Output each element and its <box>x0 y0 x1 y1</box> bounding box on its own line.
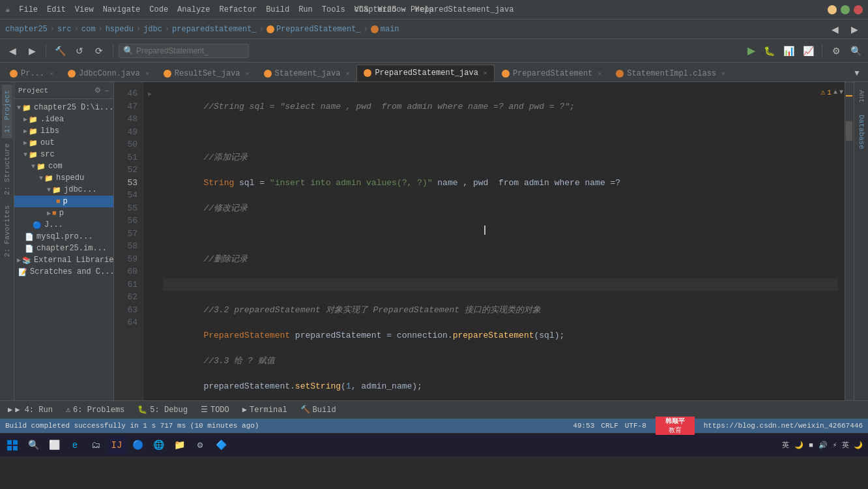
taskbar-windows-icon[interactable] <box>3 436 22 455</box>
taskbar-settings-icon[interactable]: ⚙ <box>190 436 210 455</box>
search-input[interactable] <box>136 46 234 55</box>
tree-item-external-libs[interactable]: ▶ 📚 External Librarie... <box>14 254 113 266</box>
tab-statementimpl[interactable]: StatementImpl.class ✕ <box>609 65 732 82</box>
profile-button[interactable]: 📈 <box>800 42 817 59</box>
toolbar-forward[interactable]: ▶ <box>23 42 40 59</box>
tab-preparedstatement2[interactable]: PreparedStatement ✕ <box>495 65 609 82</box>
tool-debug[interactable]: 🐛 5: Debug <box>135 404 190 416</box>
breadcrumb-src[interactable]: src <box>57 25 72 34</box>
coverage-button[interactable]: 📊 <box>780 42 797 59</box>
taskbar-power-icon[interactable]: ⚡ <box>833 441 837 449</box>
right-panel-tab-database[interactable]: Database <box>856 110 867 155</box>
menu-tools[interactable]: Tools <box>318 4 349 16</box>
taskbar-intellij-icon[interactable]: IJ <box>107 436 126 455</box>
taskbar-navicat-icon[interactable]: 🔵 <box>128 436 147 455</box>
tree-item-idea[interactable]: ▶ 📁 .idea <box>14 113 113 125</box>
sidebar-collapse-button[interactable]: − <box>104 86 109 95</box>
tree-item-out[interactable]: ▶ 📁 out <box>14 137 113 149</box>
tree-item-src[interactable]: ▼ 📁 src <box>14 149 113 160</box>
warning-indicator[interactable]: ⚠ 1 ▲ ▼ <box>820 87 843 97</box>
breadcrumb-main[interactable]: main <box>371 25 399 34</box>
tree-item-chapter25[interactable]: ▼ 📁 chapter25 D:\i... <box>14 102 113 113</box>
tool-terminal[interactable]: ▶ Terminal <box>240 404 290 416</box>
tabs-more-button[interactable]: ▼ <box>848 65 865 82</box>
taskbar-task-view-icon[interactable]: ⬜ <box>44 436 64 455</box>
right-panel-tab-ant[interactable]: Ant <box>856 85 867 108</box>
tree-item-j[interactable]: 🔵 J... <box>14 219 113 231</box>
tab-preparedstatement[interactable]: PreparedStatement_java ✕ <box>356 65 494 82</box>
breadcrumb-preparedstatement-class[interactable]: PreparedStatement_ <box>267 25 361 34</box>
breadcrumb-preparedstatement-pkg[interactable]: preparedstatement_ <box>172 25 257 34</box>
warning-up-icon[interactable]: ▲ <box>833 89 837 96</box>
search-everywhere-button[interactable]: 🔍 <box>847 42 864 59</box>
menu-code[interactable]: Code <box>145 4 172 16</box>
breadcrumb-chapter25[interactable]: chapter25 <box>5 25 48 34</box>
toolbar-back[interactable]: ◀ <box>4 42 21 59</box>
panel-tab-favorites[interactable]: 2: Favorites <box>2 200 12 262</box>
tool-run[interactable]: ▶ ▶ 4: Run <box>5 404 55 416</box>
forward-button[interactable]: ▶ <box>846 21 863 38</box>
taskbar-app2-icon[interactable]: 🔷 <box>211 436 231 455</box>
tree-item-scratches[interactable]: 📝 Scratches and C... <box>14 266 113 278</box>
tab-close-jdbc[interactable]: ✕ <box>145 70 149 78</box>
tree-item-preparedstatement[interactable]: ■ p <box>14 196 113 207</box>
back-button[interactable]: ◀ <box>826 21 843 38</box>
breadcrumb-com[interactable]: com <box>81 25 96 34</box>
menu-navigate[interactable]: Navigate <box>99 4 145 16</box>
tab-close-statement[interactable]: ✕ <box>345 70 349 78</box>
menu-refactor[interactable]: Refactor <box>216 4 261 16</box>
run-button[interactable]: ▶ <box>745 43 758 58</box>
toolbar-update[interactable]: ↺ <box>71 42 88 59</box>
tool-todo[interactable]: ☰ TODO <box>198 404 232 416</box>
code-container[interactable]: 46 47 48 49 50 51 52 53 54 55 56 57 58 5… <box>114 82 845 400</box>
minimize-button[interactable] <box>828 5 837 14</box>
breadcrumb-hspedu[interactable]: hspedu <box>106 25 134 34</box>
status-position[interactable]: 49:53 <box>573 422 594 430</box>
tree-item-chapter25im[interactable]: 📄 chapter25.im... <box>14 243 113 254</box>
settings-button[interactable]: ⚙ <box>828 42 845 59</box>
tree-item-com[interactable]: ▼ 📁 com <box>14 160 113 172</box>
tree-item-p2[interactable]: ▶ ■ p <box>14 207 113 219</box>
menu-run[interactable]: Run <box>295 4 317 16</box>
tab-resultset[interactable]: ResultSet_java ✕ <box>156 65 257 82</box>
taskbar-chrome-icon[interactable]: 🌐 <box>149 436 168 455</box>
vertical-scrollbar[interactable] <box>845 82 854 400</box>
status-url[interactable]: https://blog.csdn.net/weixin_42667446 <box>704 422 863 430</box>
taskbar-ie-icon[interactable]: e <box>65 436 85 455</box>
taskbar-search-icon[interactable]: 🔍 <box>23 436 43 455</box>
taskbar-folder-icon[interactable]: 📁 <box>169 436 189 455</box>
status-charset[interactable]: UTF-8 <box>625 422 646 430</box>
maximize-button[interactable] <box>841 5 850 14</box>
taskbar-volume-icon[interactable]: 🔊 <box>818 441 828 449</box>
panel-tab-project[interactable]: 1: Project <box>2 85 12 138</box>
toolbar-build[interactable]: 🔨 <box>51 42 68 59</box>
menu-view[interactable]: View <box>71 4 98 16</box>
tree-item-jdbc[interactable]: ▼ 📁 jdbc... <box>14 184 113 196</box>
menu-file[interactable]: File <box>15 4 42 16</box>
tool-problems[interactable]: ⚠ 6: Problems <box>63 404 127 416</box>
tab-jdbc[interactable]: JdbcConn.java ✕ <box>61 65 156 82</box>
tab-close-preparedstatement2[interactable]: ✕ <box>598 70 601 78</box>
tab-close-pr[interactable]: ✕ <box>50 70 53 78</box>
taskbar-lang[interactable]: 英 <box>782 440 789 450</box>
menu-edit[interactable]: Edit <box>43 4 70 16</box>
tree-item-hspedu[interactable]: ▼ 📁 hspedu <box>14 172 113 184</box>
sidebar-settings-button[interactable]: ⚙ <box>94 85 102 95</box>
taskbar-app1-icon[interactable]: 🗂 <box>86 436 106 455</box>
tab-statement[interactable]: Statement_java ✕ <box>257 65 357 82</box>
toolbar-revert[interactable]: ⟳ <box>91 42 108 59</box>
menu-build[interactable]: Build <box>262 4 293 16</box>
breadcrumb-jdbc[interactable]: jdbc <box>143 25 162 34</box>
scrollbar-thumb[interactable] <box>846 121 852 141</box>
debug-button[interactable]: 🐛 <box>760 42 777 59</box>
code-content[interactable]: //String sql = "select name , pwd from a… <box>156 82 845 400</box>
tool-build[interactable]: 🔨 Build <box>298 404 339 416</box>
tab-pr[interactable]: Pr... ✕ <box>3 65 61 82</box>
warning-down-icon[interactable]: ▼ <box>839 89 843 96</box>
close-button[interactable] <box>854 5 863 14</box>
status-crlf[interactable]: CRLF <box>601 422 618 430</box>
tree-item-mysql[interactable]: 📄 mysql.pro... <box>14 231 113 243</box>
tab-close-resultset[interactable]: ✕ <box>246 70 250 78</box>
tab-close-statementimpl[interactable]: ✕ <box>721 70 725 78</box>
menu-analyze[interactable]: Analyze <box>173 4 214 16</box>
